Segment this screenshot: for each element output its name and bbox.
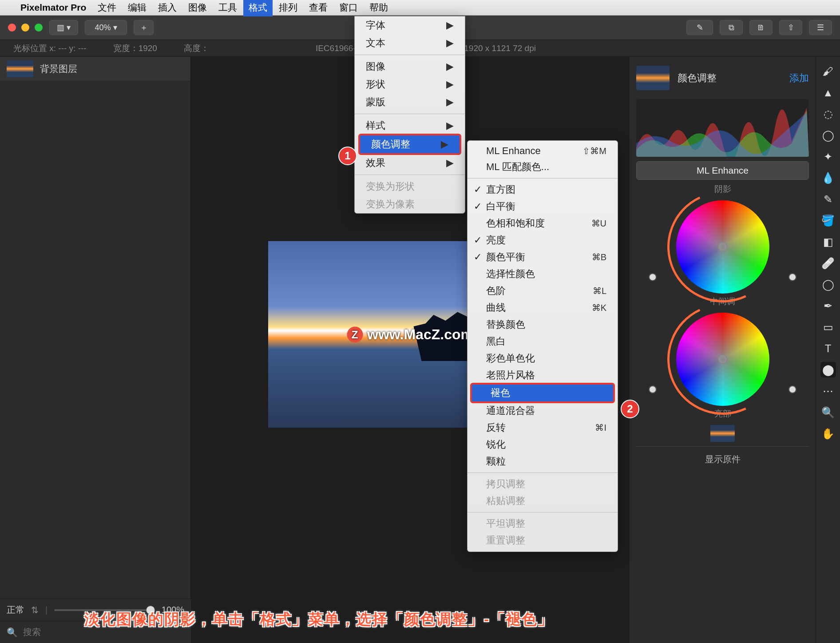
submenu-bw[interactable]: 黑白: [468, 333, 618, 350]
submenu-histogram[interactable]: ✓直方图: [468, 181, 618, 198]
menu-item-to-shape: 变换为形状: [355, 178, 465, 195]
layer-thumbnail: [7, 60, 33, 77]
minimize-window-button[interactable]: [21, 24, 29, 32]
submenu-channel-mix[interactable]: 通道混合器: [468, 402, 618, 419]
submenu-fade[interactable]: 褪色: [472, 385, 613, 401]
compare-thumbnail[interactable]: [710, 425, 735, 442]
adjustments-tool-icon[interactable]: ⬤: [820, 362, 836, 377]
menu-file[interactable]: 文件: [98, 1, 116, 14]
menu-view[interactable]: 查看: [309, 1, 328, 14]
brush-tool-icon[interactable]: ✎: [820, 191, 836, 207]
add-adjustment-button[interactable]: 添加: [789, 71, 809, 85]
blend-mode-dropdown[interactable]: 正常: [7, 604, 24, 616]
maximize-window-button[interactable]: [35, 24, 43, 32]
menu-item-shape[interactable]: 形状▶: [355, 75, 465, 93]
sidebar-toggle-button[interactable]: ▥ ▾: [49, 20, 78, 35]
submenu-copy-adj: 拷贝调整: [468, 476, 618, 492]
format-menu-dropdown: 字体▶ 文本▶ 图像▶ 形状▶ 蒙版▶ 样式▶ 颜色调整▶ 效果▶ 变换为形状 …: [354, 16, 465, 214]
image-dims: 1920 x 1121 72 dpi: [464, 44, 536, 53]
submenu-sharpen[interactable]: 锐化: [468, 436, 618, 453]
color-wheel-midtones[interactable]: [636, 313, 809, 406]
menu-item-effects[interactable]: 效果▶: [355, 154, 465, 172]
submenu-sepia[interactable]: 老照片风格: [468, 367, 618, 384]
annotation-badge-2: 2: [621, 400, 639, 418]
submenu-brightness[interactable]: ✓亮度: [468, 232, 618, 249]
menu-image[interactable]: 图像: [188, 1, 207, 14]
brush-icon[interactable]: ✎: [686, 20, 713, 35]
layers-panel: 背景图层: [0, 57, 191, 643]
histogram: [636, 99, 809, 157]
submenu-mono[interactable]: 彩色单色化: [468, 350, 618, 367]
submenu-hue-sat[interactable]: 色相和饱和度⌘U: [468, 215, 618, 232]
shape-tool-icon[interactable]: ◯: [820, 277, 836, 292]
menu-help[interactable]: 帮助: [369, 1, 388, 14]
menu-edit[interactable]: 编辑: [128, 1, 147, 14]
tools-sidebar: 🖌 ▲ ◌ ◯ ✦ 💧 ✎ 🪣 ◧ 🩹 ◯ ✒ ▭ T ⬤ ⋯ 🔍 ✋: [816, 57, 840, 643]
panel-thumbnail: [636, 66, 670, 90]
menu-item-style[interactable]: 样式▶: [355, 117, 465, 135]
crop-icon[interactable]: ⧉: [720, 20, 743, 35]
menu-tools[interactable]: 工具: [218, 1, 237, 14]
menu-item-image[interactable]: 图像▶: [355, 58, 465, 75]
tutorial-caption: 淡化图像的阴影，单击「格式」菜单，选择「颜色调整」-「褪色」: [84, 609, 813, 630]
image-height: 高度：: [184, 43, 209, 54]
repair-tool-icon[interactable]: 🩹: [820, 255, 836, 271]
search-icon: 🔍: [7, 627, 18, 638]
share-icon[interactable]: ⇧: [779, 20, 802, 35]
fill-tool-icon[interactable]: 🪣: [820, 213, 836, 228]
move-tool-icon[interactable]: ▲: [820, 85, 836, 100]
submenu-paste-adj: 粘贴调整: [468, 492, 618, 509]
menu-item-to-pixel: 变换为像素: [355, 195, 465, 213]
menu-insert[interactable]: 插入: [158, 1, 177, 14]
submenu-grain[interactable]: 颗粒: [468, 453, 618, 470]
submenu-curves[interactable]: 曲线⌘K: [468, 299, 618, 316]
eyedropper-icon[interactable]: 💧: [820, 170, 836, 186]
text-tool-icon[interactable]: T: [820, 341, 836, 356]
system-menubar: Pixelmator Pro 文件 编辑 插入 图像 工具 格式 排列 查看 窗…: [0, 0, 840, 16]
submenu-invert[interactable]: 反转⌘I: [468, 419, 618, 436]
paint-tool-icon[interactable]: 🖌: [820, 64, 836, 79]
menu-item-color-adjustments[interactable]: 颜色调整▶: [360, 135, 460, 153]
submenu-selective[interactable]: 选择性颜色: [468, 266, 618, 282]
menu-format[interactable]: 格式: [243, 0, 273, 16]
menu-arrange[interactable]: 排列: [279, 1, 297, 14]
zoom-tool-icon[interactable]: 🔍: [820, 405, 836, 420]
submenu-flatten: 平坦调整: [468, 515, 618, 532]
submenu-reset: 重置调整: [468, 532, 618, 549]
show-original-button[interactable]: 显示原件: [636, 446, 809, 472]
menu-window[interactable]: 窗口: [339, 1, 358, 14]
cursor-position: 光标位置 x: --- y: ---: [13, 43, 87, 54]
effects-tool-icon[interactable]: ⋯: [820, 383, 836, 399]
color-adjustments-submenu: ML Enhance⇧⌘M ML 匹配颜色... ✓直方图 ✓白平衡 色相和饱和…: [467, 140, 618, 552]
close-window-button[interactable]: [8, 24, 16, 32]
submenu-replace[interactable]: 替换颜色: [468, 316, 618, 333]
marquee-tool-icon[interactable]: ◌: [820, 106, 836, 122]
color-wheel-shadows[interactable]: [636, 200, 809, 294]
magic-wand-icon[interactable]: ✦: [820, 149, 836, 164]
window-controls: [8, 24, 43, 32]
pen-tool-icon[interactable]: ✒: [820, 298, 836, 314]
submenu-white-balance[interactable]: ✓白平衡: [468, 198, 618, 215]
settings-icon[interactable]: ☰: [809, 20, 832, 35]
ml-enhance-button[interactable]: ML Enhance: [636, 161, 809, 180]
panel-title: 颜色调整: [678, 71, 781, 85]
submenu-ml-match[interactable]: ML 匹配颜色...: [468, 159, 618, 175]
watermark: Z www.MacZ.com: [347, 326, 473, 343]
layer-name: 背景图层: [40, 63, 77, 75]
hand-tool-icon[interactable]: ✋: [820, 426, 836, 441]
submenu-levels[interactable]: 色阶⌘L: [468, 282, 618, 299]
eraser-tool-icon[interactable]: ◧: [820, 234, 836, 250]
document-icon[interactable]: 🗎: [749, 20, 773, 35]
layer-row[interactable]: 背景图层: [0, 57, 190, 81]
menu-item-mask[interactable]: 蒙版▶: [355, 93, 465, 111]
submenu-ml-enhance[interactable]: ML Enhance⇧⌘M: [468, 143, 618, 159]
menu-item-text[interactable]: 文本▶: [355, 34, 465, 52]
annotation-badge-1: 1: [338, 147, 357, 165]
add-button[interactable]: ＋: [134, 20, 154, 35]
app-name[interactable]: Pixelmator Pro: [20, 2, 86, 13]
rect-tool-icon[interactable]: ▭: [820, 319, 836, 335]
menu-item-font[interactable]: 字体▶: [355, 16, 465, 34]
submenu-color-balance[interactable]: ✓颜色平衡⌘B: [468, 249, 618, 266]
lasso-tool-icon[interactable]: ◯: [820, 127, 836, 143]
zoom-dropdown[interactable]: 40% ▾: [85, 20, 127, 35]
